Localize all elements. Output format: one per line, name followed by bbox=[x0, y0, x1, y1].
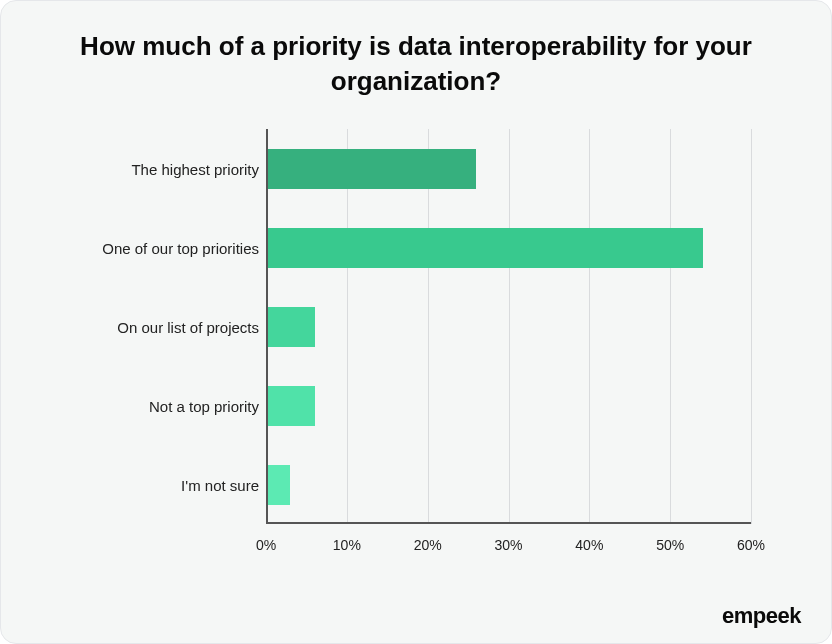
x-tick-label: 40% bbox=[575, 537, 603, 553]
plot-region bbox=[266, 129, 751, 524]
x-tick-label: 50% bbox=[656, 537, 684, 553]
x-axis-ticks: 0%10%20%30%40%50%60% bbox=[266, 529, 751, 559]
x-axis-line bbox=[266, 522, 751, 524]
y-category-label: Not a top priority bbox=[149, 397, 259, 414]
chart-area: The highest priorityOne of our top prior… bbox=[81, 129, 761, 559]
x-tick-label: 30% bbox=[494, 537, 522, 553]
brand-logo: empeek bbox=[722, 603, 801, 629]
bar bbox=[268, 465, 290, 505]
bar bbox=[268, 228, 703, 268]
x-tick-label: 10% bbox=[333, 537, 361, 553]
bar bbox=[268, 149, 476, 189]
x-tick-label: 60% bbox=[737, 537, 765, 553]
x-tick-label: 0% bbox=[256, 537, 276, 553]
x-tick-label: 20% bbox=[414, 537, 442, 553]
chart-card: How much of a priority is data interoper… bbox=[0, 0, 832, 644]
y-category-label: I'm not sure bbox=[181, 476, 259, 493]
bar bbox=[268, 386, 315, 426]
y-category-label: The highest priority bbox=[131, 160, 259, 177]
y-category-label: One of our top priorities bbox=[102, 239, 259, 256]
y-axis-labels: The highest priorityOne of our top prior… bbox=[81, 129, 259, 524]
chart-title: How much of a priority is data interoper… bbox=[41, 29, 791, 99]
y-axis-line bbox=[266, 129, 268, 524]
bars-container bbox=[266, 129, 751, 524]
y-category-label: On our list of projects bbox=[117, 318, 259, 335]
bar bbox=[268, 307, 315, 347]
gridline bbox=[751, 129, 752, 524]
